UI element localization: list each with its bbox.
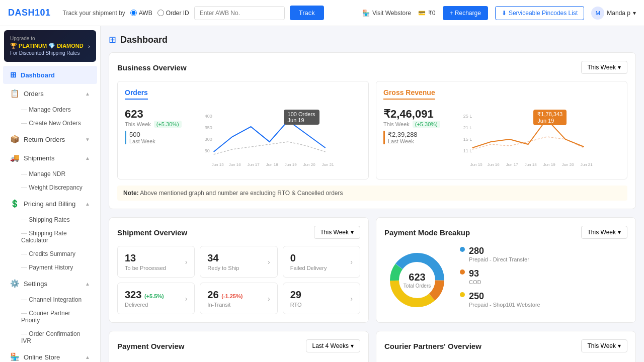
nav-right: 🏪 Visit Webstore 💳 ₹0 + Recharge ⬇ Servi… <box>362 6 636 20</box>
orders-chart-title: Orders <box>125 88 148 100</box>
tile-delivered[interactable]: 323 (+5.5%) Delivered › <box>117 283 195 314</box>
business-period-button[interactable]: This Week ▾ <box>581 61 627 74</box>
payment-mode-period-button[interactable]: This Week ▾ <box>581 226 627 239</box>
pincodes-button[interactable]: ⬇ Serviceable Pincodes List <box>495 6 584 20</box>
tile-failed-delivery[interactable]: 0 Failed Delivery › <box>283 246 360 278</box>
tile-label-1: Redy to Ship <box>207 265 239 271</box>
settings-icon: ⚙️ <box>10 279 20 288</box>
track-section: Track your shipment by AWB Order ID Trac… <box>63 6 324 20</box>
sidebar-item-return-orders[interactable]: 📦 Return Orders ▼ <box>3 130 97 148</box>
business-overview-title: Business Overview <box>117 63 187 72</box>
tile-arrow-3: › <box>185 295 188 303</box>
business-overview-note: Note: Above mentioned graph and number a… <box>117 186 627 201</box>
visit-webstore-link[interactable]: 🏪 Visit Webstore <box>362 10 411 17</box>
shipment-overview-title: Shipment Overview <box>117 228 187 237</box>
orders-badge: (+5.30%) <box>154 121 182 128</box>
legend-val-1: 93 <box>469 268 481 279</box>
tile-in-transit[interactable]: 26 (-1.25%) In-Transit › <box>200 283 277 314</box>
bottom-overview-row: Payment Overview Last 4 Weeks ▾ Courier … <box>109 331 636 362</box>
sidebar-item-weight-discrepancy[interactable]: Weight Discrepancy <box>3 181 97 194</box>
svg-text:300: 300 <box>204 137 212 142</box>
sidebar-item-shipping-rates[interactable]: Shipping Rates <box>3 213 97 226</box>
orders-last-week-label: Last Week <box>129 138 182 144</box>
shipments-icon: 🚚 <box>10 153 20 162</box>
shipment-period-chevron-icon: ▾ <box>351 229 354 236</box>
sidebar-item-dashboard[interactable]: ⊞ Dashboard <box>3 66 97 84</box>
orders-this-week-num: 623 <box>125 108 182 121</box>
payment-mode-chevron-icon: ▾ <box>618 229 621 236</box>
orders-chart-area: 100 Orders Jun 19 400 350 300 50 <box>189 112 361 172</box>
shipment-tiles-grid: 13 To be Processed › 34 Redy to Ship › <box>117 246 360 314</box>
pricing-chevron-icon: ▲ <box>85 201 90 207</box>
svg-text:21 L: 21 L <box>463 125 472 130</box>
revenue-chart-area: ₹1,78,343 Jun 19 25 L 21 L 15 L 11 L <box>447 112 620 172</box>
upgrade-line1: Upgrade to <box>10 35 84 42</box>
tile-to-be-processed[interactable]: 13 To be Processed › <box>117 246 195 278</box>
sidebar-item-payment-history[interactable]: Payment History <box>3 261 97 274</box>
svg-text:Jun 21: Jun 21 <box>321 162 334 167</box>
revenue-this-week-num: ₹2,46,091 <box>383 108 440 121</box>
shipments-chevron-icon: ▲ <box>85 155 90 161</box>
revenue-badge: (+5.30%) <box>413 121 440 128</box>
sidebar-item-channel-integration[interactable]: Channel Integration <box>3 293 97 306</box>
sidebar-item-order-confirmation[interactable]: Order Confirmation IVR <box>3 327 97 347</box>
track-awb-radio[interactable]: AWB <box>130 10 152 17</box>
svg-text:15 L: 15 L <box>463 137 472 142</box>
donut-total: 623 <box>404 272 431 283</box>
svg-text:Jun 18: Jun 18 <box>524 162 537 167</box>
sidebar-item-online-store[interactable]: 🏪 Online Store ▲ <box>3 348 97 362</box>
payment-mode-section: Payment Mode Breakup This Week ▾ <box>376 217 636 323</box>
sidebar-item-settings[interactable]: ⚙️ Settings ▲ <box>3 275 97 293</box>
svg-text:Jun 19: Jun 19 <box>543 162 555 167</box>
recharge-button[interactable]: + Recharge <box>443 6 488 20</box>
upgrade-chevron-icon: › <box>88 43 90 49</box>
revenue-this-week-label: This Week <box>383 121 410 127</box>
payment-overview-title: Payment Overview <box>117 342 184 350</box>
legend-name-0: Prepaid - Direct Transfer <box>469 256 529 262</box>
sidebar-item-create-orders[interactable]: Create New Orders <box>3 117 97 130</box>
upgrade-line2: 🏆 PLATINUM 💎 DIAMOND <box>10 42 84 50</box>
sidebar-item-courier-priority[interactable]: Courier Partner Priority <box>3 307 97 327</box>
sidebar-item-rate-calculator[interactable]: Shipping Rate Calculator <box>3 227 97 247</box>
user-menu[interactable]: M Manda p ▾ <box>591 7 636 20</box>
middle-overview-row: Shipment Overview This Week ▾ 13 To be P… <box>109 217 636 331</box>
revenue-chart-title: Gross Revenue <box>383 88 435 100</box>
orders-icon: 📋 <box>10 89 20 98</box>
tile-num-3: 323 (+5.5%) <box>125 289 164 301</box>
payment-mode-title: Payment Mode Breakup <box>384 228 470 237</box>
tile-arrow-1: › <box>268 258 270 266</box>
revenue-stat: ₹2,46,091 This Week (+5.30%) ₹2,39,288 L… <box>383 108 440 168</box>
legend-name-1: COD <box>469 279 481 285</box>
courier-overview-section: Courier Partners' Overview This Week ▾ <box>376 331 636 362</box>
courier-chevron-icon: ▾ <box>618 342 621 349</box>
sidebar-item-shipments[interactable]: 🚚 Shipments ▲ <box>3 149 97 167</box>
sidebar-item-manage-ndr[interactable]: Manage NDR <box>3 167 97 180</box>
revenue-tooltip: ₹1,78,343 Jun 19 <box>533 110 567 125</box>
upgrade-banner[interactable]: Upgrade to 🏆 PLATINUM 💎 DIAMOND For Disc… <box>4 30 96 62</box>
legend-dot-cod <box>460 269 465 275</box>
in-transit-badge: (-1.25%) <box>221 293 243 299</box>
sidebar-item-manage-orders[interactable]: Manage Orders <box>3 103 97 116</box>
donut-total-label: Total Orders <box>404 283 431 289</box>
track-button[interactable]: Track <box>290 6 324 20</box>
top-navbar: DASH101 Track your shipment by AWB Order… <box>0 0 644 26</box>
shipment-period-button[interactable]: This Week ▾ <box>314 226 360 239</box>
svg-text:50: 50 <box>204 148 209 153</box>
sidebar-item-orders[interactable]: 📋 Orders ▲ <box>3 84 97 103</box>
upgrade-line3: For Discounted Shipping Rates <box>10 50 84 57</box>
tile-rto[interactable]: 29 RTO › <box>283 283 360 314</box>
sidebar-item-credits-summary[interactable]: Credits Summary <box>3 247 97 260</box>
app-logo: DASH101 <box>8 8 51 18</box>
tile-label-3: Delivered <box>125 302 164 308</box>
legend-name-2: Prepaid - Shop101 Webstore <box>469 302 540 308</box>
payment-overview-period-button[interactable]: Last 4 Weeks ▾ <box>306 339 360 352</box>
courier-period-button[interactable]: This Week ▾ <box>581 339 627 352</box>
sidebar-item-pricing[interactable]: 💲 Pricing and Billing ▲ <box>3 195 97 213</box>
app-layout: Upgrade to 🏆 PLATINUM 💎 DIAMOND For Disc… <box>0 26 644 362</box>
tile-ready-to-ship[interactable]: 34 Redy to Ship › <box>200 246 277 278</box>
track-orderid-radio[interactable]: Order ID <box>157 10 189 17</box>
payment-mode-content: 623 Total Orders 280 Prepaid - Direct Tr… <box>384 246 627 314</box>
sidebar: Upgrade to 🏆 PLATINUM 💎 DIAMOND For Disc… <box>0 26 101 362</box>
track-input[interactable] <box>194 6 285 20</box>
tile-num-5: 29 <box>290 289 302 301</box>
